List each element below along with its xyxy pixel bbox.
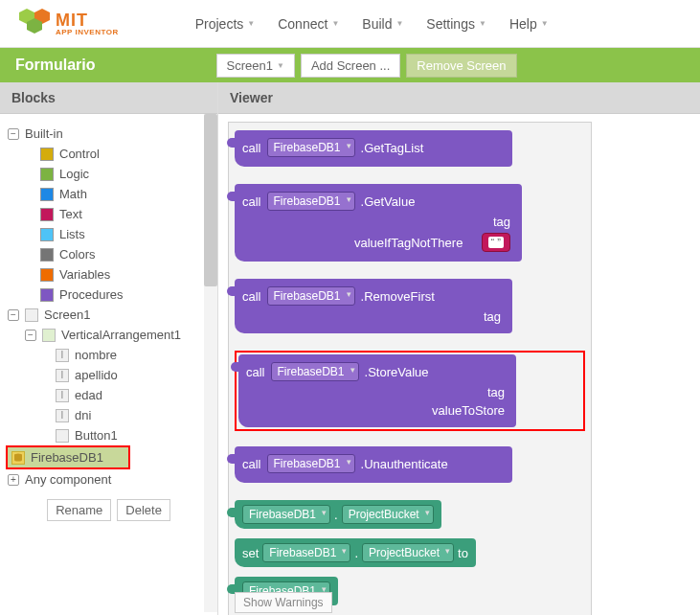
remove-screen-button: Remove Screen [406, 54, 516, 78]
add-screen-button[interactable]: Add Screen ... [301, 54, 400, 78]
block-unauth[interactable]: callFirebaseDB1.Unauthenticate [235, 446, 512, 483]
tree-dni[interactable]: Idni [6, 405, 212, 425]
dropdown-prop[interactable]: ProjectBucket [362, 543, 454, 562]
vertical-arr-icon [42, 329, 56, 342]
dropdown-fb[interactable]: FirebaseDB1 [242, 505, 330, 524]
block-get-projectbucket[interactable]: FirebaseDB1.ProjectBucket [235, 500, 441, 529]
block-removefirst[interactable]: callFirebaseDB1.RemoveFirst tag [235, 279, 512, 333]
block-gettaglist[interactable]: callFirebaseDB1.GetTagList [235, 130, 512, 167]
tree-apellido[interactable]: Iapellido [6, 365, 212, 385]
tree-procedures[interactable]: Procedures [6, 285, 212, 305]
screen-selector[interactable]: Screen1▼ [216, 54, 295, 78]
project-title: Formulario [10, 57, 96, 74]
tree-firebasedb1[interactable]: FirebaseDB1 [6, 445, 130, 469]
block-storevalue[interactable]: callFirebaseDB1.StoreValue tag valueToSt… [238, 354, 516, 427]
collapse-icon[interactable]: − [8, 128, 19, 140]
tree-edad[interactable]: Iedad [6, 385, 212, 405]
scrollbar[interactable] [204, 114, 217, 612]
blocks-panel: Blocks −Built-in Control Logic Math Text… [0, 82, 218, 615]
tree-va1[interactable]: −VerticalArrangement1 [6, 325, 212, 345]
button-icon [56, 429, 69, 443]
screen-icon [25, 308, 38, 322]
tree-text[interactable]: Text [6, 204, 212, 224]
block-set-projectbucket[interactable]: set FirebaseDB1.ProjectBucket to [235, 538, 476, 567]
viewer-panel: Viewer callFirebaseDB1.GetTagList callFi… [218, 82, 700, 615]
highlight-storevalue: callFirebaseDB1.StoreValue tag valueToSt… [235, 351, 585, 431]
tree-colors[interactable]: Colors [6, 244, 212, 264]
menu-help[interactable]: Help▼ [509, 16, 549, 32]
textbox-icon: I [56, 349, 69, 362]
logo-hex-icon [19, 9, 50, 39]
textbox-icon: I [56, 369, 69, 382]
viewer-panel-header: Viewer [218, 82, 700, 114]
dropdown-prop[interactable]: ProjectBucket [342, 505, 434, 524]
logo-sub: APP INVENTOR [56, 29, 119, 36]
tree-nombre[interactable]: Inombre [6, 345, 212, 365]
rename-button[interactable]: Rename [47, 499, 111, 521]
tree-screen1[interactable]: −Screen1 [6, 305, 212, 325]
svg-point-5 [14, 458, 22, 461]
tree-builtin[interactable]: −Built-in [6, 124, 212, 144]
textbox-icon: I [56, 409, 69, 422]
caret-icon: ▼ [395, 19, 403, 28]
dropdown-fb[interactable]: FirebaseDB1 [271, 362, 359, 381]
show-warnings[interactable]: Show Warnings [235, 592, 332, 613]
block-getvalue[interactable]: callFirebaseDB1.GetValue tag valueIfTagN… [235, 184, 522, 262]
blocks-tree: −Built-in Control Logic Math Text Lists … [0, 114, 217, 536]
collapse-icon[interactable]: − [25, 330, 36, 341]
main-menu: Projects▼ Connect▼ Build▼ Settings▼ Help… [195, 16, 549, 32]
logo: MIT APP INVENTOR [19, 9, 119, 39]
logo-brand: MIT [56, 11, 119, 29]
menu-settings[interactable]: Settings▼ [426, 16, 486, 32]
collapse-icon[interactable]: − [8, 309, 19, 321]
expand-icon[interactable]: + [8, 474, 19, 486]
tree-logic[interactable]: Logic [6, 164, 212, 184]
tree-button1[interactable]: Button1 [6, 425, 212, 445]
tree-control[interactable]: Control [6, 144, 212, 164]
menu-projects[interactable]: Projects▼ [195, 16, 256, 32]
title-bar: Formulario Screen1▼ Add Screen ... Remov… [0, 48, 700, 82]
textbox-icon: I [56, 389, 69, 402]
delete-button[interactable]: Delete [117, 499, 170, 521]
dropdown-fb[interactable]: FirebaseDB1 [267, 138, 355, 157]
tree-lists[interactable]: Lists [6, 224, 212, 244]
dropdown-fb[interactable]: FirebaseDB1 [267, 192, 355, 211]
dropdown-fb[interactable]: FirebaseDB1 [267, 454, 355, 473]
caret-icon: ▼ [331, 19, 339, 28]
string-block[interactable]: “ ” [482, 233, 510, 252]
dropdown-fb[interactable]: FirebaseDB1 [262, 543, 350, 562]
menu-connect[interactable]: Connect▼ [278, 16, 339, 32]
caret-icon: ▼ [541, 19, 549, 28]
tree-math[interactable]: Math [6, 184, 212, 204]
caret-icon: ▼ [479, 19, 486, 28]
block-flyout: callFirebaseDB1.GetTagList callFirebaseD… [228, 122, 592, 615]
caret-icon: ▼ [247, 19, 255, 28]
tree-variables[interactable]: Variables [6, 264, 212, 285]
firebase-icon [11, 451, 25, 465]
tree-anycomponent[interactable]: +Any component [6, 469, 212, 490]
app-header: MIT APP INVENTOR Projects▼ Connect▼ Buil… [0, 0, 700, 48]
blocks-panel-header: Blocks [0, 82, 217, 114]
menu-build[interactable]: Build▼ [362, 16, 403, 32]
dropdown-fb[interactable]: FirebaseDB1 [267, 286, 355, 306]
